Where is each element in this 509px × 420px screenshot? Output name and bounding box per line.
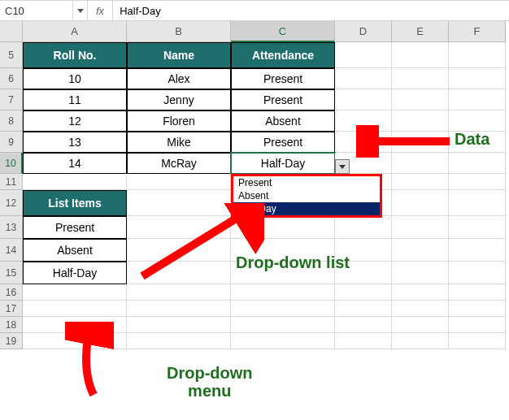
row-header[interactable]: 19 <box>0 333 23 349</box>
col-header-A[interactable]: A <box>23 21 127 42</box>
col-header-F[interactable]: F <box>449 21 506 42</box>
row-header[interactable]: 5 <box>0 42 23 68</box>
cell[interactable]: Present <box>231 132 335 153</box>
cell[interactable] <box>449 333 506 349</box>
cell[interactable] <box>127 284 231 301</box>
row-header[interactable]: 6 <box>0 68 23 89</box>
cell[interactable]: Absent <box>23 239 127 262</box>
col-header-C[interactable]: C <box>231 21 335 42</box>
cell[interactable] <box>449 301 506 317</box>
formula-input[interactable] <box>113 1 509 20</box>
name-box[interactable]: C10 <box>0 1 73 20</box>
cell[interactable]: Present <box>231 68 335 89</box>
cell[interactable] <box>392 68 449 89</box>
cell[interactable] <box>392 89 449 110</box>
cell[interactable] <box>335 284 392 301</box>
cell[interactable] <box>127 333 231 349</box>
row-header[interactable]: 15 <box>0 262 23 284</box>
row-header[interactable]: 14 <box>0 239 23 262</box>
cell[interactable] <box>23 174 127 190</box>
row-header[interactable]: 13 <box>0 216 23 239</box>
dropdown-option[interactable]: Present <box>233 176 380 189</box>
cell[interactable] <box>335 42 392 68</box>
annotation-dropdown-menu: Drop-down menu <box>167 364 253 400</box>
cell[interactable] <box>392 301 449 317</box>
cell[interactable] <box>449 89 506 110</box>
cell[interactable] <box>392 284 449 301</box>
row-header[interactable]: 7 <box>0 89 23 110</box>
cell[interactable] <box>335 216 392 239</box>
cell[interactable] <box>449 239 506 262</box>
cell[interactable]: 11 <box>23 89 127 110</box>
cell[interactable]: Alex <box>127 68 231 89</box>
cell[interactable]: Present <box>231 89 335 110</box>
row-header[interactable]: 11 <box>0 174 23 190</box>
row-header[interactable]: 18 <box>0 317 23 333</box>
cell[interactable] <box>392 239 449 262</box>
cell[interactable] <box>392 216 449 239</box>
col-header-D[interactable]: D <box>335 21 392 42</box>
cell[interactable] <box>392 262 449 284</box>
select-all-corner[interactable] <box>0 21 23 42</box>
cell[interactable] <box>392 333 449 349</box>
cell[interactable] <box>335 333 392 349</box>
header-attendance[interactable]: Attendance <box>231 42 335 68</box>
dropdown-button[interactable] <box>335 159 350 174</box>
cell[interactable] <box>23 284 127 301</box>
cell[interactable]: 10 <box>23 68 127 89</box>
col-header-E[interactable]: E <box>392 21 449 42</box>
cell[interactable] <box>231 333 335 349</box>
cell[interactable] <box>449 174 506 190</box>
row-header[interactable]: 16 <box>0 284 23 301</box>
cell[interactable] <box>449 317 506 333</box>
name-box-dropdown[interactable] <box>73 1 88 20</box>
fx-label[interactable]: fx <box>91 5 109 17</box>
cell[interactable] <box>335 68 392 89</box>
formula-bar-row: C10 fx <box>0 0 509 21</box>
cell[interactable] <box>449 153 506 174</box>
cell[interactable] <box>392 42 449 68</box>
cell[interactable] <box>335 301 392 317</box>
cell[interactable] <box>335 89 392 110</box>
cell[interactable] <box>449 110 506 132</box>
cell[interactable]: Jenny <box>127 89 231 110</box>
cell[interactable] <box>335 317 392 333</box>
cell[interactable]: Mike <box>127 132 231 153</box>
cell[interactable] <box>231 301 335 317</box>
cell[interactable]: Floren <box>127 110 231 132</box>
cell[interactable]: McRay <box>127 153 231 174</box>
cell[interactable] <box>449 42 506 68</box>
cell[interactable] <box>23 301 127 317</box>
cell[interactable] <box>127 174 231 190</box>
cell[interactable] <box>231 284 335 301</box>
row-headers: 5 6 7 8 9 10 11 12 13 14 15 16 17 18 19 <box>0 42 23 349</box>
col-header-B[interactable]: B <box>127 21 231 42</box>
cell[interactable]: Absent <box>231 110 335 132</box>
row-header[interactable]: 10 <box>0 153 23 174</box>
cell-selected[interactable]: Half-Day <box>231 153 335 174</box>
cell[interactable]: 14 <box>23 153 127 174</box>
dropdown-option[interactable]: Absent <box>233 189 380 202</box>
cell[interactable] <box>231 317 335 333</box>
cell[interactable]: Half-Day <box>23 262 127 284</box>
cell[interactable] <box>392 174 449 190</box>
cell[interactable]: Present <box>23 216 127 239</box>
row-header[interactable]: 17 <box>0 301 23 317</box>
cell[interactable] <box>449 284 506 301</box>
row-header[interactable]: 8 <box>0 110 23 132</box>
cell[interactable]: 12 <box>23 110 127 132</box>
cell[interactable] <box>392 190 449 216</box>
cell[interactable]: 13 <box>23 132 127 153</box>
cell[interactable] <box>392 317 449 333</box>
row-header[interactable]: 12 <box>0 190 23 216</box>
cell[interactable] <box>449 68 506 89</box>
cell[interactable] <box>449 262 506 284</box>
header-list-items[interactable]: List Items <box>23 190 127 216</box>
header-roll[interactable]: Roll No. <box>23 42 127 68</box>
cell[interactable] <box>449 216 506 239</box>
cell[interactable] <box>127 301 231 317</box>
row-header[interactable]: 9 <box>0 132 23 153</box>
cell[interactable] <box>449 190 506 216</box>
cell[interactable] <box>127 317 231 333</box>
header-name[interactable]: Name <box>127 42 231 68</box>
